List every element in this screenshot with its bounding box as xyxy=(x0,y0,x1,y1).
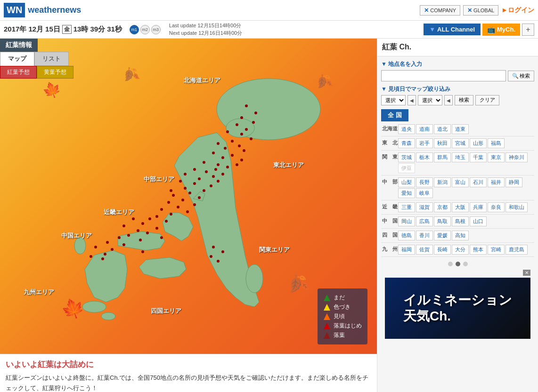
all-region-button[interactable]: 全 国 xyxy=(381,109,408,121)
city-button[interactable]: 道南 xyxy=(416,124,433,134)
city-button[interactable]: 徳島 xyxy=(398,231,415,240)
page-dot-2[interactable] xyxy=(456,262,460,266)
location-search-input[interactable] xyxy=(381,70,506,81)
city-button[interactable]: 兵庫 xyxy=(470,202,487,212)
region-row: 関 東茨城栃木群馬埼玉千葉東京神奈川伊豆 xyxy=(381,152,534,176)
location-search-button[interactable]: 🔍 検索 xyxy=(508,71,534,81)
city-button[interactable]: 道央 xyxy=(398,124,415,134)
city-button[interactable]: 和歌山 xyxy=(505,202,528,212)
article-title: いよいよ紅葉は大詰めに xyxy=(6,359,371,370)
forecast-koyo-yellow-tab[interactable]: 黄葉予想 xyxy=(37,66,73,79)
mych-button[interactable]: 📺 MyCh. xyxy=(482,24,520,36)
city-button[interactable]: 愛知 xyxy=(398,188,415,198)
city-button[interactable]: 宮城 xyxy=(452,138,469,148)
city-button[interactable]: 山口 xyxy=(470,216,487,226)
date-prev-button[interactable]: ◀ xyxy=(408,95,416,105)
city-button[interactable]: 鹿児島 xyxy=(505,245,528,255)
city-button[interactable]: 山形 xyxy=(470,138,487,148)
city-button[interactable]: 福島 xyxy=(488,138,505,148)
mych-icon: 📺 xyxy=(487,26,495,33)
city-button[interactable]: 新潟 xyxy=(434,177,451,187)
city-button[interactable]: 神奈川 xyxy=(505,152,528,162)
city-button[interactable]: 広島 xyxy=(416,216,433,226)
city-button[interactable]: 長野 xyxy=(416,177,433,187)
ad-banner[interactable]: イルミネーション 天気Ch. xyxy=(385,278,530,339)
city-button[interactable]: 岩手 xyxy=(416,138,433,148)
city-button[interactable]: 大分 xyxy=(452,245,469,255)
region-row-name: 九 州 xyxy=(381,245,398,253)
all-channel-button[interactable]: ▼ ALL Channel xyxy=(424,24,481,35)
date-clear-button[interactable]: クリア xyxy=(475,95,499,105)
city-button[interactable]: 埼玉 xyxy=(452,152,469,162)
next-update-label: Next update xyxy=(169,30,197,36)
weekday: 金 xyxy=(62,25,72,34)
city-button[interactable]: 石川 xyxy=(470,177,487,187)
legend-rakuha2: 落葉 xyxy=(323,331,362,339)
date-search-button[interactable]: 検索 xyxy=(455,95,473,105)
city-button[interactable]: 千葉 xyxy=(470,152,487,162)
date-select-2[interactable]: 選択 xyxy=(418,95,442,105)
city-button[interactable]: 富山 xyxy=(452,177,469,187)
city-button[interactable]: 奈良 xyxy=(488,202,505,212)
city-button[interactable]: 滋賀 xyxy=(416,202,433,212)
add-channel-button[interactable]: + xyxy=(522,24,534,36)
city-button[interactable]: 宮崎 xyxy=(488,245,505,255)
city-button[interactable]: 岐阜 xyxy=(416,188,433,198)
city-button[interactable]: 道北 xyxy=(434,124,451,134)
city-button[interactable]: 岡山 xyxy=(398,216,415,226)
global-button[interactable]: ✕ GLOBAL xyxy=(463,5,498,16)
next-update-value: 12月16日14時00分 xyxy=(198,30,242,36)
page-dot-3[interactable] xyxy=(463,262,468,266)
city-button[interactable]: 道東 xyxy=(452,124,469,134)
city-button[interactable]: 茨城 xyxy=(398,152,415,162)
mode-btn-2[interactable]: m2 xyxy=(140,25,150,34)
date-select-1[interactable]: 選択 xyxy=(381,95,406,105)
city-button[interactable]: 秋田 xyxy=(434,138,451,148)
city-button[interactable]: 東京 xyxy=(488,152,505,162)
city-button[interactable]: 佐賀 xyxy=(416,245,433,255)
region-cities: 福岡佐賀長崎大分熊本宮崎鹿児島 xyxy=(398,245,534,255)
city-button[interactable]: 三重 xyxy=(398,202,415,212)
city-button[interactable]: 熊本 xyxy=(470,245,487,255)
city-button[interactable]: 香川 xyxy=(416,231,433,240)
mode-btn-1[interactable]: m1 xyxy=(130,25,139,34)
region-row-name: 北海道 xyxy=(381,124,398,132)
logo-wn-text: WN xyxy=(7,5,22,16)
forecast-koyo-tab[interactable]: 紅葉予想 xyxy=(0,66,37,79)
article-body: 紅葉シーズンはいよいよ終盤に。紅葉Ch.では、全国750地点の名所の見頃予想や天… xyxy=(6,373,371,392)
city-button[interactable]: 京都 xyxy=(434,202,451,212)
city-button[interactable]: 愛媛 xyxy=(434,231,451,240)
city-button[interactable]: 島根 xyxy=(452,216,469,226)
city-button[interactable]: 山梨 xyxy=(398,177,415,187)
city-button[interactable]: 長崎 xyxy=(434,245,451,255)
date-next-button[interactable]: ◀ xyxy=(444,95,453,105)
city-button[interactable]: 伊豆 xyxy=(398,163,415,173)
city-button[interactable]: 青森 xyxy=(398,138,415,148)
channel-buttons: ▼ ALL Channel 📺 MyCh. + xyxy=(424,24,534,36)
japan-map xyxy=(14,67,353,349)
article-section: いよいよ紅葉は大詰めに 紅葉シーズンはいよいよ終盤に。紅葉Ch.では、全国750… xyxy=(0,354,377,392)
city-button[interactable]: 福井 xyxy=(488,177,505,187)
left-panel: 紅葉情報 マップ リスト 紅葉予想 黄葉予想 xyxy=(0,39,377,392)
close-ad-icon[interactable]: ✕ xyxy=(523,270,530,276)
city-button[interactable]: 高知 xyxy=(452,231,469,240)
city-button[interactable]: 大阪 xyxy=(452,202,469,212)
tab-map[interactable]: マップ xyxy=(0,52,34,66)
city-button[interactable]: 静岡 xyxy=(505,177,522,187)
city-button[interactable]: 栃木 xyxy=(416,152,433,162)
city-button[interactable]: 群馬 xyxy=(434,152,451,162)
login-button[interactable]: ►ログイン xyxy=(501,6,534,15)
page-dot-1[interactable] xyxy=(448,262,453,266)
svg-point-3 xyxy=(82,301,106,312)
mode-btn-3[interactable]: m3 xyxy=(151,25,161,34)
tab-list[interactable]: リスト xyxy=(34,52,69,66)
legend-miho: 見頃 xyxy=(323,312,362,320)
region-cities: 三重滋賀京都大阪兵庫奈良和歌山 xyxy=(398,202,534,212)
company-button[interactable]: ✕ COMPANY xyxy=(420,5,460,16)
company-label: COMPANY xyxy=(430,8,456,13)
right-sidebar: 紅葉 Ch. ▼ 地点名を入力 🔍 検索 ▼ 見頃日でマップ絞り込み xyxy=(377,39,538,392)
date-filter-section: ▼ 見頃日でマップ絞り込み 選択 ◀ 選択 ◀ 検索 クリア xyxy=(381,85,534,105)
magnifier-icon: 🔍 xyxy=(512,73,519,79)
city-button[interactable]: 鳥取 xyxy=(434,216,451,226)
city-button[interactable]: 福岡 xyxy=(398,245,415,255)
